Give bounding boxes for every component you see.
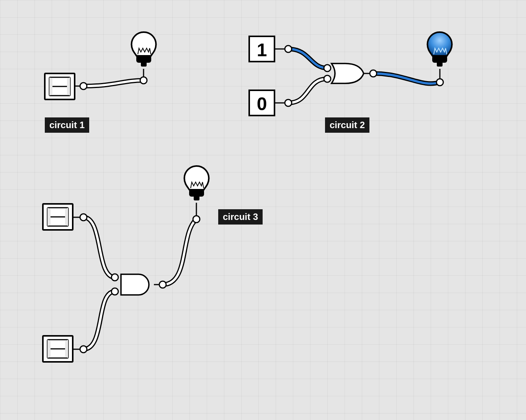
circuit-canvas[interactable]: circuit 1 circuit 2 circuit 3 bbox=[0, 0, 526, 420]
or-gate-icon[interactable] bbox=[330, 62, 365, 85]
svg-rect-21 bbox=[432, 55, 447, 63]
label-circuit-1: circuit 1 bbox=[45, 117, 89, 133]
svg-point-6 bbox=[370, 70, 377, 77]
bulb-icon[interactable] bbox=[129, 31, 158, 69]
svg-point-2 bbox=[285, 46, 292, 52]
svg-point-9 bbox=[80, 346, 87, 353]
constant-one-text: 1 bbox=[257, 40, 267, 60]
constant-zero[interactable]: 0 bbox=[248, 90, 275, 116]
constant-zero-text: 0 bbox=[257, 94, 267, 114]
switch-c3-top[interactable] bbox=[42, 203, 74, 231]
svg-point-12 bbox=[159, 281, 166, 288]
constant-one[interactable]: 1 bbox=[248, 36, 275, 62]
label-circuit-2: circuit 2 bbox=[325, 117, 369, 133]
svg-rect-18 bbox=[141, 62, 147, 67]
bulb-icon[interactable] bbox=[425, 31, 454, 69]
svg-rect-29 bbox=[189, 189, 204, 197]
svg-point-8 bbox=[80, 214, 87, 221]
svg-point-1 bbox=[140, 77, 147, 84]
switch-c3-bottom[interactable] bbox=[42, 335, 74, 363]
svg-rect-22 bbox=[437, 62, 443, 67]
svg-point-0 bbox=[80, 83, 87, 90]
and-gate-icon[interactable] bbox=[119, 273, 155, 296]
svg-rect-30 bbox=[194, 196, 199, 200]
svg-point-13 bbox=[193, 216, 200, 223]
bulb-icon[interactable] bbox=[182, 164, 211, 203]
switch-c1[interactable] bbox=[44, 73, 75, 100]
svg-point-3 bbox=[285, 99, 292, 106]
svg-point-11 bbox=[111, 288, 118, 295]
label-circuit-3: circuit 3 bbox=[218, 209, 263, 225]
svg-rect-17 bbox=[136, 55, 151, 63]
svg-point-7 bbox=[436, 79, 443, 86]
svg-point-10 bbox=[111, 274, 118, 281]
